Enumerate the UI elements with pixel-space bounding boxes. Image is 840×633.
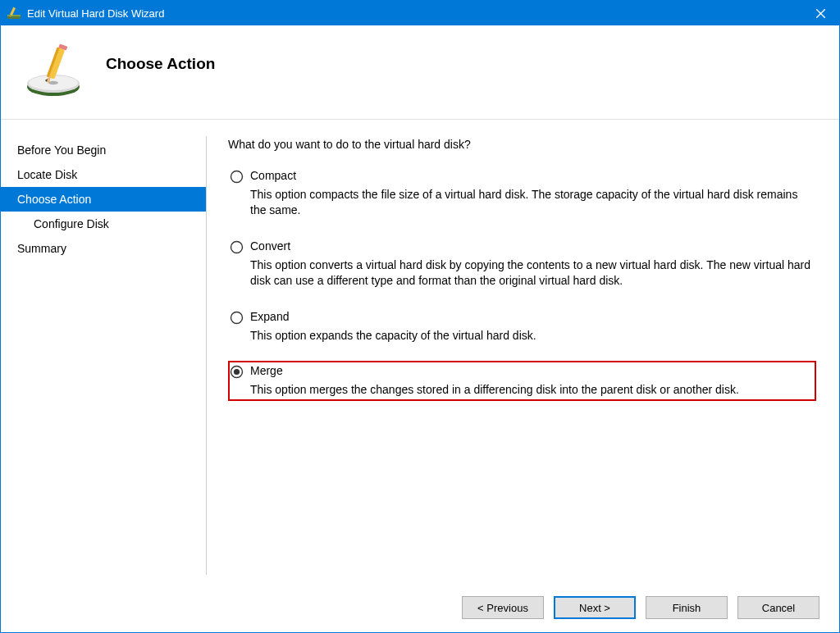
content-prompt: What do you want to do to the virtual ha… — [228, 138, 816, 151]
svg-point-15 — [231, 171, 243, 183]
wizard-header: Choose Action — [1, 25, 839, 120]
option-merge[interactable]: Merge This option merges the changes sto… — [228, 361, 816, 401]
option-compact[interactable]: Compact This option compacts the file si… — [228, 166, 816, 221]
wizard-body: Before You Begin Locate Disk Choose Acti… — [1, 120, 839, 583]
option-label: Compact — [250, 169, 815, 182]
wizard-footer: < Previous Next > Finish Cancel — [1, 583, 839, 632]
svg-rect-1 — [7, 15, 21, 16]
titlebar: Edit Virtual Hard Disk Wizard — [1, 1, 839, 25]
svg-rect-2 — [10, 7, 16, 16]
option-desc: This option compacts the file size of a … — [250, 187, 815, 218]
sidebar-item-configure-disk[interactable]: Configure Disk — [1, 212, 206, 236]
next-button[interactable]: Next > — [554, 596, 636, 619]
option-desc: This option converts a virtual hard disk… — [250, 257, 815, 289]
cancel-button[interactable]: Cancel — [737, 596, 819, 619]
wizard-steps-sidebar: Before You Begin Locate Disk Choose Acti… — [1, 120, 206, 583]
sidebar-item-summary[interactable]: Summary — [1, 236, 206, 261]
option-desc: This option merges the changes stored in… — [250, 382, 815, 398]
svg-point-9 — [48, 81, 58, 84]
option-label: Merge — [250, 364, 815, 377]
option-convert[interactable]: Convert This option converts a virtual h… — [228, 236, 816, 292]
radio-icon[interactable] — [230, 311, 244, 325]
sidebar-item-locate-disk[interactable]: Locate Disk — [1, 162, 206, 187]
option-label: Expand — [250, 310, 815, 323]
page-title: Choose Action — [106, 55, 215, 73]
previous-button[interactable]: < Previous — [462, 596, 544, 619]
svg-point-19 — [234, 369, 240, 375]
radio-icon-selected[interactable] — [230, 365, 244, 379]
disk-pencil-icon — [24, 43, 83, 102]
sidebar-item-choose-action[interactable]: Choose Action — [1, 187, 206, 212]
finish-button[interactable]: Finish — [646, 596, 728, 619]
svg-point-16 — [231, 241, 243, 253]
window-title: Edit Virtual Hard Disk Wizard — [27, 7, 802, 20]
radio-icon[interactable] — [230, 240, 244, 254]
option-desc: This option expands the capacity of the … — [250, 328, 815, 344]
option-expand[interactable]: Expand This option expands the capacity … — [228, 307, 816, 347]
radio-icon[interactable] — [230, 170, 244, 184]
close-button[interactable] — [802, 1, 839, 25]
option-label: Convert — [250, 239, 815, 253]
sidebar-item-before-you-begin[interactable]: Before You Begin — [1, 138, 206, 162]
svg-point-17 — [231, 312, 243, 323]
wizard-content: What do you want to do to the virtual ha… — [207, 120, 839, 583]
app-icon — [7, 7, 21, 20]
